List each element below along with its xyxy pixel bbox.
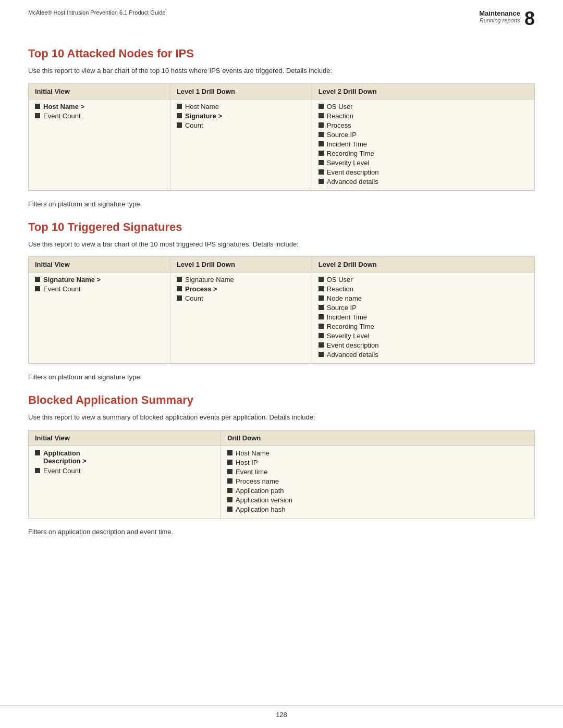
chapter-number: 8 xyxy=(524,9,535,28)
chapter-text: Maintenance Running reports xyxy=(479,9,520,23)
bullet-icon xyxy=(319,333,324,338)
bullet-icon xyxy=(227,507,232,512)
item-signature: Signature > xyxy=(185,112,222,120)
bullet-icon xyxy=(35,450,40,455)
section-top10-attacked-nodes: Top 10 Attacked Nodes for IPS Use this r… xyxy=(28,47,535,208)
col-header-level2-1: Level 2 Drill Down xyxy=(312,83,534,99)
page-number: 128 xyxy=(276,711,287,719)
item-application-path: Application path xyxy=(236,487,284,495)
header-title: McAfee® Host Intrusion Prevention 6.1 Pr… xyxy=(28,9,166,16)
header-running-reports: Running reports xyxy=(479,17,520,23)
cell-level1-2: Signature Name Process > Count xyxy=(170,273,312,364)
bullet-icon xyxy=(319,352,324,357)
item-process-name: Process name xyxy=(236,477,279,485)
bullet-icon xyxy=(319,169,324,175)
section-title-attacked-nodes: Top 10 Attacked Nodes for IPS xyxy=(28,47,535,60)
bullet-icon xyxy=(227,478,232,484)
item-source-ip: Source IP xyxy=(327,131,357,139)
item-event-description-2: Event description xyxy=(327,341,379,349)
list-item: Process name xyxy=(227,477,528,485)
list-item: Event description xyxy=(319,168,528,176)
bullet-icon xyxy=(319,179,324,184)
list-item: Source IP xyxy=(319,131,528,139)
bullet-icon xyxy=(227,469,232,474)
filter-note-triggered-signatures: Filters on platform and signature type. xyxy=(28,373,535,381)
triggered-signatures-table: Initial View Level 1 Drill Down Level 2 … xyxy=(28,256,535,364)
item-count-l1: Count xyxy=(185,121,203,129)
list-item: Count xyxy=(177,121,305,129)
bullet-icon xyxy=(177,104,182,109)
item-advanced-details-2: Advanced details xyxy=(327,351,378,359)
bullet-icon xyxy=(319,151,324,156)
section-desc-triggered-signatures: Use this report to view a bar chart of t… xyxy=(28,239,535,250)
section-desc-blocked-app: Use this report to view a summary of blo… xyxy=(28,412,535,423)
list-item: Severity Level xyxy=(319,332,528,340)
page-footer: 128 xyxy=(0,705,563,719)
col-header-level1-1: Level 1 Drill Down xyxy=(170,83,312,99)
item-severity-level: Severity Level xyxy=(327,159,370,167)
bullet-icon xyxy=(319,132,324,137)
list-item: Incident Time xyxy=(319,140,528,148)
item-host-name-l1: Host Name xyxy=(185,103,219,110)
header-maintenance: Maintenance xyxy=(479,9,520,17)
list-item: Application version xyxy=(227,496,528,504)
cell-level2-1: OS User Reaction Process Source IP Incid… xyxy=(312,99,534,190)
list-item: Signature Name > xyxy=(35,276,164,283)
bullet-icon xyxy=(227,460,232,465)
bullet-icon xyxy=(177,295,182,301)
list-item: Count xyxy=(177,294,305,302)
table-row: Signature Name > Event Count Signature N… xyxy=(29,273,535,364)
list-item: Application hash xyxy=(227,505,528,513)
bullet-icon xyxy=(319,295,324,301)
list-item: Incident Time xyxy=(319,313,528,321)
col-header-level2-2: Level 2 Drill Down xyxy=(312,257,534,273)
item-application-version: Application version xyxy=(236,496,292,504)
item-incident-time-2: Incident Time xyxy=(327,313,367,321)
item-process: Process xyxy=(327,121,351,129)
bullet-icon xyxy=(177,277,182,282)
cell-level1-1: Host Name Signature > Count xyxy=(170,99,312,190)
list-item: Host Name > xyxy=(35,103,164,110)
item-app-description: ApplicationDescription > xyxy=(43,449,87,465)
bullet-icon xyxy=(35,104,40,109)
item-host-ip: Host IP xyxy=(236,459,258,466)
table-row: Host Name > Event Count Host Name Signat… xyxy=(29,99,535,190)
list-item: Node name xyxy=(319,294,528,302)
bullet-icon xyxy=(35,113,40,118)
bullet-icon xyxy=(319,113,324,118)
col-header-initial-1: Initial View xyxy=(29,83,170,99)
list-item: Application path xyxy=(227,487,528,495)
section-title-blocked-app: Blocked Application Summary xyxy=(28,393,535,407)
item-reaction: Reaction xyxy=(327,112,353,120)
header-chapter: Maintenance Running reports 8 xyxy=(479,9,535,28)
bullet-icon xyxy=(319,277,324,282)
item-event-time: Event time xyxy=(236,468,267,476)
list-item: OS User xyxy=(319,276,528,283)
bullet-icon xyxy=(319,342,324,348)
bullet-icon xyxy=(35,286,40,291)
col-header-initial-3: Initial View xyxy=(29,430,221,446)
bullet-icon xyxy=(35,468,40,473)
list-item: Event Count xyxy=(35,112,164,120)
item-event-description: Event description xyxy=(327,168,379,176)
list-item: Reaction xyxy=(319,112,528,120)
list-item: Event Count xyxy=(35,285,164,293)
list-item: Process > xyxy=(177,285,305,293)
item-severity-level-2: Severity Level xyxy=(327,332,370,340)
section-blocked-application-summary: Blocked Application Summary Use this rep… xyxy=(28,393,535,536)
bullet-icon xyxy=(35,277,40,282)
item-count-l1-2: Count xyxy=(185,294,203,302)
item-signature-name: Signature Name > xyxy=(43,276,101,283)
item-recording-time: Recording Time xyxy=(327,150,374,157)
list-item: Host IP xyxy=(227,459,528,466)
cell-level2-2: OS User Reaction Node name Source IP Inc… xyxy=(312,273,534,364)
item-node-name: Node name xyxy=(327,294,362,302)
table-row: ApplicationDescription > Event Count Hos… xyxy=(29,446,535,518)
item-host-name: Host Name > xyxy=(43,103,84,110)
bullet-icon xyxy=(319,104,324,109)
cell-drill-3: Host Name Host IP Event time Process nam… xyxy=(221,446,534,518)
list-item: Advanced details xyxy=(319,351,528,359)
bullet-icon xyxy=(227,450,232,455)
main-content: Top 10 Attacked Nodes for IPS Use this r… xyxy=(0,32,563,569)
list-item: Event description xyxy=(319,341,528,349)
